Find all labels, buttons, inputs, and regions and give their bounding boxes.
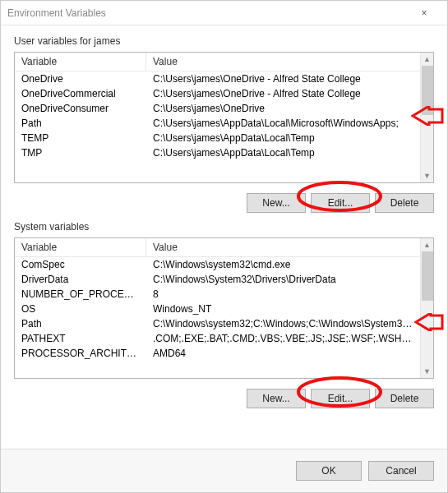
user-button-row: New... Edit... Delete <box>14 183 434 213</box>
system-delete-button[interactable]: Delete <box>375 389 434 408</box>
scroll-track[interactable] <box>421 251 434 365</box>
table-row[interactable]: PathC:\Users\james\AppData\Local\Microso… <box>15 116 420 131</box>
system-list-body: ComSpecC:\Windows\system32\cmd.exeDriver… <box>15 257 420 361</box>
cell-value: AMD64 <box>146 346 420 361</box>
user-edit-button[interactable]: Edit... <box>311 193 370 213</box>
table-row[interactable]: OneDriveCommercialC:\Users\james\OneDriv… <box>15 86 420 101</box>
scroll-down-icon[interactable]: ▼ <box>421 365 434 378</box>
header-variable[interactable]: Variable <box>15 53 146 71</box>
cell-variable: OneDriveConsumer <box>15 101 146 116</box>
user-variables-group: User variables for james Variable Value … <box>14 35 434 213</box>
table-row[interactable]: OneDriveC:\Users\james\OneDrive - Alfred… <box>15 71 420 86</box>
cell-value: C:\Users\james\OneDrive - Alfred State C… <box>146 86 420 101</box>
cell-variable: ComSpec <box>15 257 146 272</box>
window-title: Environment Variables <box>7 7 408 19</box>
cell-value: .COM;.EXE;.BAT;.CMD;.VBS;.VBE;.JS;.JSE;.… <box>146 331 420 346</box>
scroll-track[interactable] <box>421 66 434 169</box>
cell-variable: Path <box>15 116 146 131</box>
cell-variable: DriverData <box>15 272 146 287</box>
cell-variable: Path <box>15 316 146 331</box>
user-list-inner: Variable Value OneDriveC:\Users\james\On… <box>15 53 420 182</box>
system-edit-button[interactable]: Edit... <box>311 389 370 408</box>
cell-variable: OneDriveCommercial <box>15 86 146 101</box>
cell-variable: TEMP <box>15 131 146 145</box>
table-row[interactable]: TEMPC:\Users\james\AppData\Local\Temp <box>15 131 420 145</box>
env-vars-dialog: Environment Variables × User variables f… <box>0 0 448 493</box>
user-list-body: OneDriveC:\Users\james\OneDrive - Alfred… <box>15 71 420 160</box>
system-list-header: Variable Value <box>15 238 420 257</box>
user-variables-label: User variables for james <box>14 35 434 47</box>
scroll-thumb[interactable] <box>422 66 433 115</box>
dialog-footer: OK Cancel <box>1 449 447 492</box>
scroll-up-icon[interactable]: ▲ <box>421 53 434 66</box>
scroll-up-icon[interactable]: ▲ <box>421 238 434 251</box>
cell-value: C:\Users\james\AppData\Local\Temp <box>146 145 420 160</box>
scroll-thumb[interactable] <box>422 251 433 301</box>
system-new-button[interactable]: New... <box>247 389 306 408</box>
cell-value: C:\Windows\system32\cmd.exe <box>146 257 420 272</box>
cell-value: C:\Windows\System32\Drivers\DriverData <box>146 272 420 287</box>
cell-variable: OS <box>15 302 146 316</box>
cell-value: C:\Users\james\AppData\Local\Temp <box>146 131 420 145</box>
system-variables-group: System variables Variable Value ComSpecC… <box>14 221 434 408</box>
scroll-down-icon[interactable]: ▼ <box>421 169 434 182</box>
cell-value: 8 <box>146 287 420 302</box>
table-row[interactable]: PROCESSOR_ARCHITECTU...AMD64 <box>15 346 420 361</box>
user-variables-list[interactable]: Variable Value OneDriveC:\Users\james\On… <box>14 52 434 183</box>
ok-button[interactable]: OK <box>296 461 362 481</box>
cell-value: C:\Users\james\AppData\Local\Microsoft\W… <box>146 116 420 131</box>
table-row[interactable]: DriverDataC:\Windows\System32\Drivers\Dr… <box>15 272 420 287</box>
content-area: User variables for james Variable Value … <box>1 25 447 449</box>
system-variables-list[interactable]: Variable Value ComSpecC:\Windows\system3… <box>14 237 434 379</box>
table-row[interactable]: NUMBER_OF_PROCESSORS8 <box>15 287 420 302</box>
cell-value: Windows_NT <box>146 302 420 316</box>
table-row[interactable]: PATHEXT.COM;.EXE;.BAT;.CMD;.VBS;.VBE;.JS… <box>15 331 420 346</box>
titlebar: Environment Variables × <box>1 1 447 25</box>
table-row[interactable]: OneDriveConsumerC:\Users\james\OneDrive <box>15 101 420 116</box>
cell-value: C:\Windows\system32;C:\Windows;C:\Window… <box>146 316 420 331</box>
cell-value: C:\Users\james\OneDrive <box>146 101 420 116</box>
table-row[interactable]: ComSpecC:\Windows\system32\cmd.exe <box>15 257 420 272</box>
table-row[interactable]: PathC:\Windows\system32;C:\Windows;C:\Wi… <box>15 316 420 331</box>
system-variables-label: System variables <box>14 221 434 233</box>
close-button[interactable]: × <box>408 2 441 25</box>
header-variable[interactable]: Variable <box>15 238 146 256</box>
user-list-header: Variable Value <box>15 53 420 71</box>
header-value[interactable]: Value <box>146 53 420 71</box>
cell-variable: PROCESSOR_ARCHITECTU... <box>15 346 146 361</box>
cell-value: C:\Users\james\OneDrive - Alfred State C… <box>146 71 420 86</box>
cancel-button[interactable]: Cancel <box>368 461 434 481</box>
cell-variable: NUMBER_OF_PROCESSORS <box>15 287 146 302</box>
table-row[interactable]: OSWindows_NT <box>15 302 420 316</box>
close-icon: × <box>421 7 427 19</box>
user-new-button[interactable]: New... <box>247 193 306 213</box>
header-value[interactable]: Value <box>146 238 420 256</box>
user-scrollbar[interactable]: ▲ ▼ <box>420 53 433 182</box>
table-row[interactable]: TMPC:\Users\james\AppData\Local\Temp <box>15 145 420 160</box>
cell-variable: TMP <box>15 145 146 160</box>
cell-variable: OneDrive <box>15 71 146 86</box>
system-button-row: New... Edit... Delete <box>14 379 434 408</box>
system-scrollbar[interactable]: ▲ ▼ <box>420 238 433 378</box>
system-list-inner: Variable Value ComSpecC:\Windows\system3… <box>15 238 420 378</box>
user-delete-button[interactable]: Delete <box>375 193 434 213</box>
cell-variable: PATHEXT <box>15 331 146 346</box>
